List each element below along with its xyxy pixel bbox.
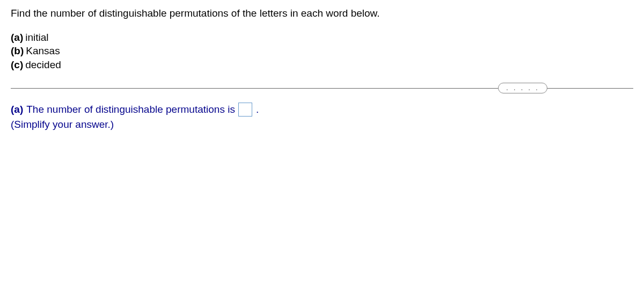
answer-text-before: The number of distinguishable permutatio… [26,102,235,118]
more-options-button[interactable]: . . . . . [498,83,547,93]
answer-part-label: (a) [11,102,23,118]
answer-line: (a) The number of distinguishable permut… [11,102,633,118]
section-divider: . . . . . [11,82,633,95]
answer-period: . [256,102,259,118]
part-label: (c) [11,58,23,72]
part-item-a: (a) initial [11,31,633,45]
part-word: initial [25,31,48,45]
answer-block: (a) The number of distinguishable permut… [11,102,633,133]
part-item-c: (c) decided [11,58,633,72]
simplify-note: (Simplify your answer.) [11,117,633,133]
part-word: decided [25,58,61,72]
question-parts-list: (a) initial (b) Kansas (c) decided [11,31,633,72]
part-word: Kansas [26,44,60,58]
part-label: (a) [11,31,23,45]
part-item-b: (b) Kansas [11,44,633,58]
question-intro: Find the number of distinguishable permu… [11,6,633,21]
answer-input[interactable] [238,103,252,117]
part-label: (b) [11,44,24,58]
